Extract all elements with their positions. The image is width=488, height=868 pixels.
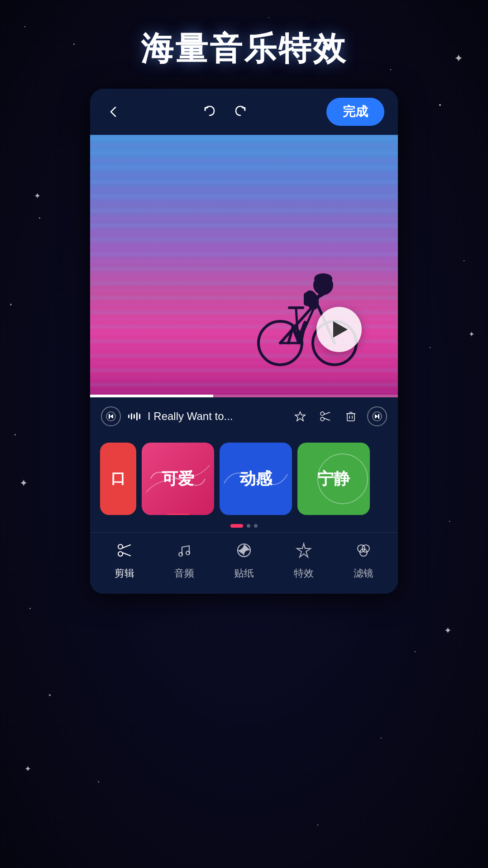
progress-bar-container xyxy=(90,395,398,397)
sticker-icon xyxy=(235,542,253,563)
nav-item-filter[interactable]: 滤镜 xyxy=(341,542,386,580)
music-icon xyxy=(176,542,193,563)
dot-active xyxy=(230,524,243,528)
cut-button[interactable] xyxy=(316,407,335,425)
svg-point-12 xyxy=(314,273,332,284)
prev-track-button[interactable] xyxy=(101,406,121,426)
dot-2 xyxy=(254,524,258,528)
svg-line-36 xyxy=(122,545,130,548)
dot-1 xyxy=(247,524,250,528)
play-icon xyxy=(333,321,348,338)
video-preview xyxy=(90,135,398,397)
toolbar-left xyxy=(104,102,124,122)
svg-rect-18 xyxy=(304,292,314,306)
svg-line-25 xyxy=(324,418,330,420)
back-button[interactable] xyxy=(104,102,124,122)
nav-item-sticker[interactable]: 贴纸 xyxy=(221,542,267,580)
nav-item-audio[interactable]: 音频 xyxy=(162,542,207,580)
done-button[interactable]: 完成 xyxy=(326,98,384,126)
delete-button[interactable] xyxy=(342,407,360,425)
app-card: 完成 xyxy=(90,89,398,594)
svg-line-15 xyxy=(301,323,305,343)
svg-rect-32 xyxy=(378,414,379,419)
page-wrapper: 海量音乐特效 xyxy=(0,0,488,868)
track-waveform xyxy=(128,412,140,420)
svg-marker-41 xyxy=(297,544,311,557)
style-item-calm[interactable]: 宁静 xyxy=(297,443,370,515)
toolbar-center xyxy=(200,102,250,122)
progress-bar-fill xyxy=(90,395,213,397)
page-title: 海量音乐特效 xyxy=(141,27,347,71)
style-item-0[interactable]: 口 xyxy=(100,443,136,515)
nav-item-effects[interactable]: 特效 xyxy=(281,542,326,580)
svg-marker-21 xyxy=(295,412,305,421)
svg-point-22 xyxy=(321,412,324,415)
nav-label-edit: 剪辑 xyxy=(115,567,134,580)
nav-item-edit[interactable]: 剪辑 xyxy=(102,542,147,580)
undo-button[interactable] xyxy=(200,102,220,122)
favorite-button[interactable] xyxy=(291,407,309,425)
svg-line-24 xyxy=(324,412,330,415)
redo-button[interactable] xyxy=(230,102,250,122)
style-categories: 口 可爱 动感 xyxy=(90,435,398,524)
svg-rect-20 xyxy=(109,414,110,419)
bottom-nav: 剪辑 音频 贴纸 xyxy=(90,532,398,594)
toolbar-right: 完成 xyxy=(326,98,384,126)
nav-label-sticker: 贴纸 xyxy=(234,567,254,580)
toolbar: 完成 xyxy=(90,89,398,135)
svg-point-23 xyxy=(321,417,324,421)
category-dots xyxy=(90,524,398,532)
next-track-button[interactable] xyxy=(367,406,387,426)
nav-label-audio: 音频 xyxy=(174,567,194,580)
active-indicator xyxy=(167,514,189,515)
effects-icon xyxy=(295,542,312,563)
play-button[interactable] xyxy=(316,307,362,352)
nav-label-filter: 滤镜 xyxy=(354,567,373,580)
music-track-bar: I Really Want to... xyxy=(90,397,398,435)
svg-rect-26 xyxy=(347,414,354,421)
nav-label-effects: 特效 xyxy=(294,567,314,580)
track-title: I Really Want to... xyxy=(148,410,284,423)
style-item-cute[interactable]: 可爱 xyxy=(142,443,214,515)
filter-icon xyxy=(355,542,372,563)
style-item-dynamic[interactable]: 动感 xyxy=(220,443,292,515)
scissors-icon xyxy=(116,542,133,563)
svg-line-37 xyxy=(122,553,130,556)
